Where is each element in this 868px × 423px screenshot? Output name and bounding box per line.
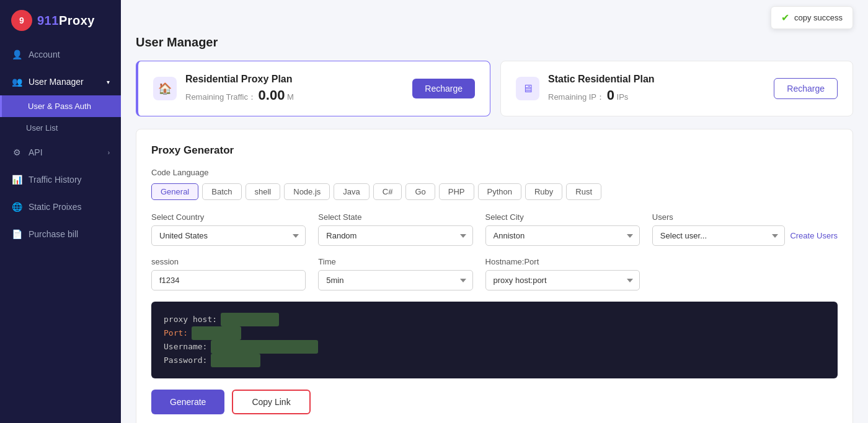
users-select[interactable]: Select user... xyxy=(652,225,786,246)
remaining-traffic-unit: M xyxy=(287,92,294,102)
lang-tab-general[interactable]: General xyxy=(151,183,198,200)
sidebar-item-label: Purchase bill xyxy=(29,229,78,239)
remaining-traffic-value: 0.00 xyxy=(259,87,285,103)
sidebar-subitem-label: User List xyxy=(26,123,58,133)
session-group: session xyxy=(151,257,306,290)
toast-text: copy success xyxy=(794,13,843,22)
static-plan-info: Static Residential Plan Remaining IP： 0 … xyxy=(548,74,655,103)
lang-tab-java[interactable]: Java xyxy=(334,183,369,200)
static-plan-card: 🖥 Static Residential Plan Remaining IP： … xyxy=(500,61,853,116)
sidebar-item-user-list[interactable]: User List xyxy=(0,117,121,139)
sidebar-item-label: User Manager xyxy=(29,77,84,87)
residential-plan-icon: 🏠 xyxy=(153,77,177,100)
state-select[interactable]: Random xyxy=(318,225,472,246)
hostname-label: Hostname:Port xyxy=(485,257,640,266)
residential-plan-traffic: Remaining Traffic： 0.00 M xyxy=(185,87,294,103)
code-key-username: Username: xyxy=(164,340,207,354)
sidebar: 9 911Proxy 👤 Account 👥 User Manager ▾ Us… xyxy=(0,0,121,423)
time-group: Time 5min xyxy=(318,257,472,290)
country-select[interactable]: United States xyxy=(151,225,306,246)
check-icon: ✔ xyxy=(781,12,789,24)
chevron-right-icon: › xyxy=(108,149,110,156)
action-buttons: Generate Copy Link xyxy=(151,390,838,414)
lang-tab-rust[interactable]: Rust xyxy=(566,183,601,200)
sidebar-nav: 👤 Account 👥 User Manager ▾ User & Pass A… xyxy=(0,41,121,423)
account-icon: 👤 xyxy=(11,50,22,59)
copy-success-toast: ✔ copy success xyxy=(771,6,853,29)
sidebar-item-user-manager[interactable]: 👥 User Manager ▾ xyxy=(0,68,121,95)
code-line-host: proxy host: p xyxy=(164,313,825,326)
lang-tab-go[interactable]: Go xyxy=(405,183,435,200)
code-val-port: 2 xyxy=(192,326,241,340)
session-input[interactable] xyxy=(151,270,306,290)
sidebar-item-account[interactable]: 👤 Account xyxy=(0,41,121,68)
proxies-icon: 🌐 xyxy=(11,202,22,212)
static-plan-name: Static Residential Plan xyxy=(548,74,655,85)
remaining-ip-value: 0 xyxy=(607,87,614,103)
code-val-password: c xyxy=(211,354,260,367)
proxy-generator-title: Proxy Generator xyxy=(151,144,838,157)
hostname-select[interactable]: proxy host:port xyxy=(485,270,640,290)
content-area: User Manager 🏠 Residential Proxy Plan Re… xyxy=(121,35,868,423)
form-row-1: Select Country United States Select Stat… xyxy=(151,212,838,246)
page-title: User Manager xyxy=(136,35,853,50)
lang-tab-shell[interactable]: shell xyxy=(246,183,281,200)
sidebar-item-label: API xyxy=(29,147,43,157)
create-users-link[interactable]: Create Users xyxy=(790,231,838,240)
logo-icon: 9 xyxy=(11,10,32,31)
lang-tab-php[interactable]: PHP xyxy=(439,183,474,200)
bill-icon: 📄 xyxy=(11,229,22,239)
code-key-port: Port: xyxy=(164,326,188,340)
sidebar-item-static-proxies[interactable]: 🌐 Static Proixes xyxy=(0,193,121,220)
state-label: Select State xyxy=(318,212,472,222)
logo-text: 911Proxy xyxy=(37,14,95,28)
main-content: ✔ copy success User Manager 🏠 Residentia… xyxy=(121,0,868,423)
users-group: Users Select user... Create Users xyxy=(652,212,838,246)
plan-cards-row: 🏠 Residential Proxy Plan Remaining Traff… xyxy=(136,61,853,116)
time-label: Time xyxy=(318,257,472,266)
hostname-group: Hostname:Port proxy host:port xyxy=(485,257,640,290)
user-manager-icon: 👥 xyxy=(11,77,22,87)
code-key-host: proxy host: xyxy=(164,313,217,326)
code-lang-label: Code Language xyxy=(151,168,838,177)
toast-area: ✔ copy success xyxy=(121,0,868,35)
sidebar-item-traffic-history[interactable]: 📊 Traffic History xyxy=(0,166,121,193)
lang-tab-ruby[interactable]: Ruby xyxy=(525,183,562,200)
sidebar-item-api[interactable]: ⚙ API › xyxy=(0,139,121,166)
lang-tab-batch[interactable]: Batch xyxy=(202,183,241,200)
logo: 9 911Proxy xyxy=(0,0,121,41)
residential-plan-name: Residential Proxy Plan xyxy=(185,74,294,85)
lang-tab-python[interactable]: Python xyxy=(478,183,521,200)
residential-recharge-button[interactable]: Recharge xyxy=(412,79,475,98)
state-group: Select State Random xyxy=(318,212,472,246)
code-key-password: Password: xyxy=(164,354,207,367)
code-val-host: p xyxy=(221,313,279,326)
time-select[interactable]: 5min xyxy=(318,270,472,290)
sidebar-item-user-pass-auth[interactable]: User & Pass Auth xyxy=(0,95,121,117)
generate-button[interactable]: Generate xyxy=(151,390,224,414)
users-label: Users xyxy=(652,212,838,222)
remaining-ip-label: Remaining IP： xyxy=(548,92,604,102)
static-plan-left: 🖥 Static Residential Plan Remaining IP： … xyxy=(516,74,655,103)
code-line-password: Password: c xyxy=(164,354,825,367)
city-group: Select City Anniston xyxy=(485,212,640,246)
city-select[interactable]: Anniston xyxy=(485,225,640,246)
static-recharge-button[interactable]: Recharge xyxy=(774,78,838,99)
copy-link-button[interactable]: Copy Link xyxy=(232,390,310,414)
sidebar-item-label: Static Proixes xyxy=(29,202,82,212)
static-plan-ip: Remaining IP： 0 IPs xyxy=(548,87,655,103)
language-tabs: General Batch shell Node.js Java C# Go P… xyxy=(151,183,838,200)
country-label: Select Country xyxy=(151,212,306,222)
code-line-username: Username: k xyxy=(164,340,825,354)
sidebar-item-purchase-bill[interactable]: 📄 Purchase bill xyxy=(0,220,121,248)
code-line-port: Port: 2 xyxy=(164,326,825,340)
lang-tab-nodejs[interactable]: Node.js xyxy=(284,183,330,200)
residential-plan-card: 🏠 Residential Proxy Plan Remaining Traff… xyxy=(136,61,490,116)
lang-tab-csharp[interactable]: C# xyxy=(373,183,402,200)
residential-plan-left: 🏠 Residential Proxy Plan Remaining Traff… xyxy=(153,74,294,103)
session-label: session xyxy=(151,257,306,266)
users-row: Select user... Create Users xyxy=(652,225,838,246)
code-output: proxy host: p Port: 2 Username: k Passwo… xyxy=(151,302,838,378)
residential-plan-info: Residential Proxy Plan Remaining Traffic… xyxy=(185,74,294,103)
sidebar-item-label: Account xyxy=(29,50,60,59)
